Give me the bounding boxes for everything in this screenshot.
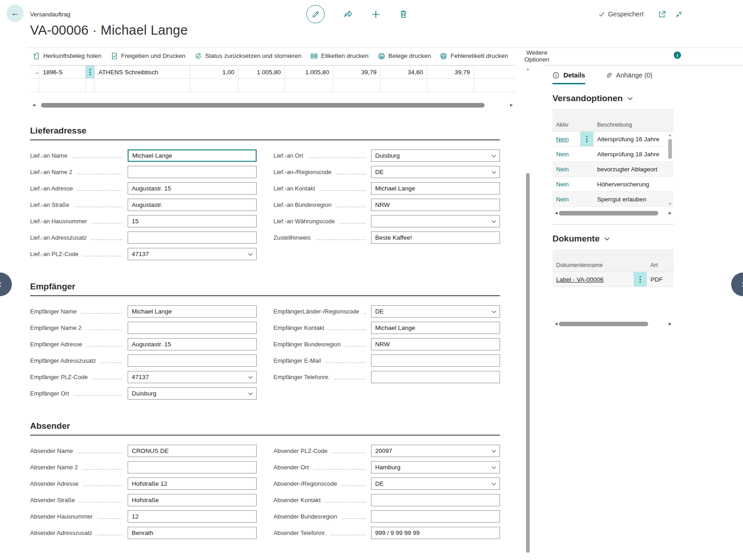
vscroll-thumb[interactable] <box>526 173 530 553</box>
input-empfänger-plz-code[interactable]: 47137 <box>128 371 257 383</box>
line-item-cell[interactable] <box>474 66 515 78</box>
line-item-cell[interactable]: 1896-S <box>39 66 86 78</box>
tab-details[interactable]: Details <box>552 72 585 84</box>
versandoption-aktiv-link[interactable]: Nein <box>552 162 580 176</box>
scroll-up-icon[interactable]: ▲ <box>525 67 531 72</box>
input-empfängerländer-regionscode[interactable]: DE <box>371 305 500 318</box>
edit-button[interactable] <box>306 5 325 23</box>
line-item-cell[interactable]: 39,79 <box>427 66 474 78</box>
page-vscrollbar[interactable]: ▲ <box>525 67 531 560</box>
line-item-cell[interactable] <box>95 79 190 92</box>
dokument-link[interactable]: Label - VA-00006 <box>556 276 604 283</box>
input-lief-an-adresszusatz[interactable] <box>128 231 257 244</box>
tab-anhaenge[interactable]: Anhänge (0) <box>605 72 653 84</box>
scroll-right-icon[interactable]: ▶ <box>509 103 514 108</box>
hscroll-thumb[interactable] <box>559 211 658 216</box>
input-absender-hausnummer[interactable]: 12 <box>128 510 257 523</box>
input-lief-an-name[interactable]: Michael Lange <box>128 149 257 162</box>
scroll-down-icon[interactable]: ▼ <box>667 201 673 207</box>
input-absender-plz-code[interactable]: 20097 <box>371 445 500 457</box>
line-item-cell[interactable]: ATHENS Schreibtisch <box>95 66 190 78</box>
dokumente-heading[interactable]: Dokumente <box>552 234 743 244</box>
scroll-right-icon[interactable]: ▶ <box>667 211 673 216</box>
line-item-cell[interactable] <box>285 79 333 92</box>
vscroll-thumb[interactable] <box>668 139 672 159</box>
input-empfänger-e-mail[interactable] <box>371 354 500 367</box>
previous-record-button[interactable]: ‹ <box>0 272 12 296</box>
input-absender-name-2[interactable] <box>128 461 257 473</box>
input-lief-an-bundesregion[interactable]: NRW <box>371 199 500 211</box>
row-menu-icon[interactable] <box>634 272 647 287</box>
input-absender-adresse[interactable]: Hofstraße 12 <box>128 478 257 490</box>
line-item-cell[interactable] <box>333 79 381 92</box>
line-item-cell[interactable]: 1.005,80 <box>238 66 285 78</box>
input-absender-name[interactable]: CRONUS DE <box>128 445 257 457</box>
collapse-window-button[interactable] <box>675 10 683 20</box>
input-absender-adresszusatz[interactable]: Benrath <box>128 527 257 539</box>
row-menu-icon[interactable] <box>86 66 94 78</box>
toolbar-freigeben-und-drucken[interactable]: Freigeben und Drucken <box>106 52 190 60</box>
hscroll-thumb[interactable] <box>559 322 648 326</box>
input-absender-telefonnr[interactable]: 999 / 9 99 99 99 <box>371 527 500 539</box>
line-item-cell[interactable] <box>39 79 86 92</box>
input-lief-an-plz-code[interactable]: 47137 <box>128 248 257 260</box>
toolbar-belege-drucken[interactable]: Belege drucken <box>373 52 436 60</box>
toolbar-status-zurücksetzen-und-stornieren[interactable]: Status zurücksetzen und stornieren <box>190 52 306 60</box>
weitere-optionen-button[interactable]: Weitere Optionen <box>520 49 554 63</box>
input-absender-ort[interactable]: Hamburg <box>371 461 500 473</box>
versandoption-aktiv-link[interactable]: Nein <box>552 177 580 191</box>
input-absender-regionscode[interactable]: DE <box>371 478 500 490</box>
open-in-new-window-button[interactable] <box>658 10 666 20</box>
input-empfänger-adresse[interactable]: Augustastr. 15 <box>128 338 257 350</box>
line-item-cell[interactable]: 39,79 <box>333 66 381 78</box>
line-table-hscrollbar[interactable]: ◀ ▶ <box>30 102 515 108</box>
versandoptionen-heading[interactable]: Versandoptionen <box>552 93 743 103</box>
versandoptionen-vscrollbar[interactable]: ▲ ▼ <box>667 133 673 207</box>
scroll-up-icon[interactable]: ▲ <box>667 133 673 138</box>
hscroll-thumb[interactable] <box>41 103 485 108</box>
versandoption-aktiv-link[interactable]: Nein <box>552 132 580 146</box>
input-lief-an-hausnummer[interactable]: 15 <box>128 215 257 227</box>
line-item-cell[interactable] <box>238 79 285 92</box>
input-lief-an-regionscode[interactable]: DE <box>371 166 500 178</box>
input-lief-an-name-2[interactable] <box>128 166 257 178</box>
input-empfänger-name[interactable]: Michael Lange <box>128 305 257 318</box>
line-item-cell[interactable]: 1.005,80 <box>285 66 333 78</box>
input-zustellhinweis[interactable]: Beste Kaffee! <box>371 231 500 244</box>
line-item-cell[interactable]: 34,60 <box>381 66 427 78</box>
input-lief-an-kontakt[interactable]: Michael Lange <box>371 182 500 195</box>
share-button[interactable] <box>344 10 352 19</box>
versandoption-aktiv-link[interactable]: Nein <box>552 192 580 206</box>
line-item-cell[interactable] <box>190 79 238 92</box>
input-empfänger-name-2[interactable] <box>128 322 257 334</box>
input-empfänger-bundesregion[interactable]: NRW <box>371 338 500 350</box>
toolbar-etiketten-drucken[interactable]: Etiketten drucken <box>306 52 373 60</box>
input-empfänger-adresszusatz[interactable] <box>128 354 257 367</box>
scroll-left-icon[interactable]: ◀ <box>553 211 559 216</box>
scroll-right-icon[interactable]: ▶ <box>667 321 673 327</box>
line-item-cell[interactable] <box>381 79 427 92</box>
scroll-left-icon[interactable]: ◀ <box>31 103 36 108</box>
add-button[interactable] <box>372 10 380 19</box>
input-lief-an-adresse[interactable]: Augustastr. 15 <box>128 182 257 195</box>
versandoption-aktiv-link[interactable]: Nein <box>552 147 580 161</box>
input-absender-straße[interactable]: Hofstraße <box>128 494 257 506</box>
input-absender-bundesregion[interactable] <box>371 510 500 523</box>
info-icon[interactable]: i <box>674 51 681 59</box>
input-lief-an-währungscode[interactable] <box>371 215 500 227</box>
breadcrumb[interactable]: Versandauftrag <box>30 11 70 18</box>
row-menu-icon[interactable] <box>580 132 593 146</box>
line-item-cell[interactable]: 1,00 <box>190 66 238 78</box>
delete-button[interactable] <box>399 10 408 18</box>
line-item-cell[interactable] <box>474 79 515 92</box>
versandoptionen-hscrollbar[interactable]: ◀ ▶ <box>552 210 674 216</box>
line-item-cell[interactable] <box>427 79 474 92</box>
input-empfänger-ort[interactable]: Duisburg <box>128 387 257 400</box>
toolbar-fehleretikett-drucken[interactable]: Fehleretikett drucken <box>435 52 512 60</box>
input-lief-an-ort[interactable]: Duisburg <box>371 149 500 162</box>
input-empfänger-telefonnr[interactable] <box>371 371 500 383</box>
input-absender-kontakt[interactable] <box>371 494 500 506</box>
back-button[interactable]: ← <box>6 5 24 22</box>
toolbar-herkunftsbeleg-holen[interactable]: Herkunftsbeleg holen <box>28 52 106 60</box>
input-lief-an-straße[interactable]: Augustastr. <box>128 199 257 211</box>
